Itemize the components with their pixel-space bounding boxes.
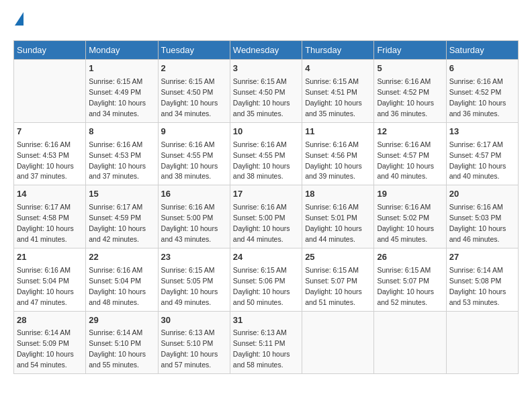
day-info: Sunrise: 6:15 AMSunset: 4:50 PMDaylight:… <box>233 77 290 118</box>
date-number: 8 <box>89 126 154 138</box>
day-cell: 9Sunrise: 6:16 AMSunset: 4:55 PMDaylight… <box>158 122 230 185</box>
day-cell: 8Sunrise: 6:16 AMSunset: 4:53 PMDaylight… <box>86 122 158 185</box>
date-number: 16 <box>161 188 227 201</box>
date-number: 19 <box>377 188 443 201</box>
date-number: 12 <box>377 126 443 138</box>
day-cell: 13Sunrise: 6:17 AMSunset: 4:57 PMDayligh… <box>446 122 518 185</box>
date-number: 10 <box>233 126 299 138</box>
day-cell: 23Sunrise: 6:15 AMSunset: 5:05 PMDayligh… <box>158 248 230 311</box>
day-info: Sunrise: 6:16 AMSunset: 4:57 PMDaylight:… <box>377 140 434 181</box>
day-cell: 7Sunrise: 6:16 AMSunset: 4:53 PMDaylight… <box>14 122 86 185</box>
day-cell: 25Sunrise: 6:15 AMSunset: 5:07 PMDayligh… <box>302 248 374 311</box>
day-info: Sunrise: 6:16 AMSunset: 5:03 PMDaylight:… <box>449 203 506 243</box>
day-info: Sunrise: 6:14 AMSunset: 5:08 PMDaylight:… <box>449 266 506 306</box>
day-info: Sunrise: 6:15 AMSunset: 5:07 PMDaylight:… <box>377 266 434 306</box>
day-cell: 18Sunrise: 6:16 AMSunset: 5:01 PMDayligh… <box>302 185 374 248</box>
day-info: Sunrise: 6:13 AMSunset: 5:10 PMDaylight:… <box>161 328 218 369</box>
col-thursday: Thursday <box>302 41 374 60</box>
day-cell: 12Sunrise: 6:16 AMSunset: 4:57 PMDayligh… <box>374 122 446 185</box>
day-info: Sunrise: 6:16 AMSunset: 4:52 PMDaylight:… <box>449 77 506 118</box>
day-info: Sunrise: 6:15 AMSunset: 4:50 PMDaylight:… <box>161 77 218 118</box>
date-number: 29 <box>89 314 154 327</box>
date-number: 15 <box>89 188 154 201</box>
col-friday: Friday <box>374 41 446 60</box>
day-info: Sunrise: 6:16 AMSunset: 4:53 PMDaylight:… <box>17 140 74 181</box>
week-row-3: 14Sunrise: 6:17 AMSunset: 4:58 PMDayligh… <box>14 185 519 248</box>
day-cell: 24Sunrise: 6:15 AMSunset: 5:06 PMDayligh… <box>230 248 302 311</box>
page-header <box>13 13 519 30</box>
date-number: 3 <box>233 62 299 75</box>
day-info: Sunrise: 6:17 AMSunset: 4:59 PMDaylight:… <box>89 203 146 243</box>
day-info: Sunrise: 6:16 AMSunset: 5:01 PMDaylight:… <box>305 203 362 243</box>
date-number: 31 <box>233 314 299 327</box>
date-number: 11 <box>305 126 371 138</box>
date-number: 20 <box>449 188 515 201</box>
day-cell: 22Sunrise: 6:16 AMSunset: 5:04 PMDayligh… <box>86 248 158 311</box>
date-number: 18 <box>305 188 371 201</box>
day-info: Sunrise: 6:17 AMSunset: 4:57 PMDaylight:… <box>449 140 506 181</box>
day-info: Sunrise: 6:15 AMSunset: 4:49 PMDaylight:… <box>89 77 146 118</box>
day-info: Sunrise: 6:15 AMSunset: 4:51 PMDaylight:… <box>305 77 362 118</box>
day-cell: 31Sunrise: 6:13 AMSunset: 5:11 PMDayligh… <box>230 311 302 374</box>
day-info: Sunrise: 6:16 AMSunset: 5:04 PMDaylight:… <box>89 266 146 306</box>
day-info: Sunrise: 6:16 AMSunset: 4:55 PMDaylight:… <box>161 140 218 181</box>
date-number: 23 <box>161 251 227 264</box>
day-cell <box>14 60 86 123</box>
day-info: Sunrise: 6:17 AMSunset: 4:58 PMDaylight:… <box>17 203 74 243</box>
date-number: 4 <box>305 62 371 75</box>
day-cell: 14Sunrise: 6:17 AMSunset: 4:58 PMDayligh… <box>14 185 86 248</box>
day-info: Sunrise: 6:16 AMSunset: 5:00 PMDaylight:… <box>161 203 218 243</box>
day-cell: 29Sunrise: 6:14 AMSunset: 5:10 PMDayligh… <box>86 311 158 374</box>
day-cell: 17Sunrise: 6:16 AMSunset: 5:00 PMDayligh… <box>230 185 302 248</box>
day-cell: 5Sunrise: 6:16 AMSunset: 4:52 PMDaylight… <box>374 60 446 123</box>
day-info: Sunrise: 6:15 AMSunset: 5:05 PMDaylight:… <box>161 266 218 306</box>
day-cell: 28Sunrise: 6:14 AMSunset: 5:09 PMDayligh… <box>14 311 86 374</box>
day-cell: 10Sunrise: 6:16 AMSunset: 4:55 PMDayligh… <box>230 122 302 185</box>
day-cell: 20Sunrise: 6:16 AMSunset: 5:03 PMDayligh… <box>446 185 518 248</box>
day-cell <box>446 311 518 374</box>
day-cell <box>302 311 374 374</box>
day-cell <box>374 311 446 374</box>
date-number: 27 <box>449 251 515 264</box>
date-number: 30 <box>161 314 227 327</box>
day-info: Sunrise: 6:14 AMSunset: 5:09 PMDaylight:… <box>17 328 74 369</box>
date-number: 6 <box>449 62 515 75</box>
day-info: Sunrise: 6:16 AMSunset: 5:04 PMDaylight:… <box>17 266 74 306</box>
day-cell: 6Sunrise: 6:16 AMSunset: 4:52 PMDaylight… <box>446 60 518 123</box>
calendar-table: Sunday Monday Tuesday Wednesday Thursday… <box>13 40 519 374</box>
day-info: Sunrise: 6:14 AMSunset: 5:10 PMDaylight:… <box>89 328 146 369</box>
day-cell: 1Sunrise: 6:15 AMSunset: 4:49 PMDaylight… <box>86 60 158 123</box>
day-cell: 15Sunrise: 6:17 AMSunset: 4:59 PMDayligh… <box>86 185 158 248</box>
date-number: 25 <box>305 251 371 264</box>
day-info: Sunrise: 6:16 AMSunset: 4:53 PMDaylight:… <box>89 140 146 181</box>
day-cell: 2Sunrise: 6:15 AMSunset: 4:50 PMDaylight… <box>158 60 230 123</box>
day-info: Sunrise: 6:16 AMSunset: 4:52 PMDaylight:… <box>377 77 434 118</box>
day-info: Sunrise: 6:16 AMSunset: 5:02 PMDaylight:… <box>377 203 434 243</box>
date-number: 14 <box>17 188 83 201</box>
col-wednesday: Wednesday <box>230 41 302 60</box>
date-number: 17 <box>233 188 299 201</box>
day-cell: 19Sunrise: 6:16 AMSunset: 5:02 PMDayligh… <box>374 185 446 248</box>
week-row-5: 28Sunrise: 6:14 AMSunset: 5:09 PMDayligh… <box>14 311 519 374</box>
date-number: 28 <box>17 314 83 327</box>
date-number: 21 <box>17 251 83 264</box>
date-number: 24 <box>233 251 299 264</box>
col-saturday: Saturday <box>446 41 518 60</box>
logo <box>13 13 24 30</box>
day-cell: 21Sunrise: 6:16 AMSunset: 5:04 PMDayligh… <box>14 248 86 311</box>
header-row: Sunday Monday Tuesday Wednesday Thursday… <box>14 41 519 60</box>
date-number: 22 <box>89 251 154 264</box>
day-info: Sunrise: 6:16 AMSunset: 4:55 PMDaylight:… <box>233 140 290 181</box>
logo-text <box>13 13 24 30</box>
day-cell: 4Sunrise: 6:15 AMSunset: 4:51 PMDaylight… <box>302 60 374 123</box>
day-cell: 11Sunrise: 6:16 AMSunset: 4:56 PMDayligh… <box>302 122 374 185</box>
day-cell: 26Sunrise: 6:15 AMSunset: 5:07 PMDayligh… <box>374 248 446 311</box>
date-number: 5 <box>377 62 443 75</box>
date-number: 9 <box>161 126 227 138</box>
date-number: 13 <box>449 126 515 138</box>
date-number: 26 <box>377 251 443 264</box>
date-number: 7 <box>17 126 83 138</box>
week-row-1: 1Sunrise: 6:15 AMSunset: 4:49 PMDaylight… <box>14 60 519 123</box>
date-number: 1 <box>89 62 154 75</box>
col-sunday: Sunday <box>14 41 86 60</box>
